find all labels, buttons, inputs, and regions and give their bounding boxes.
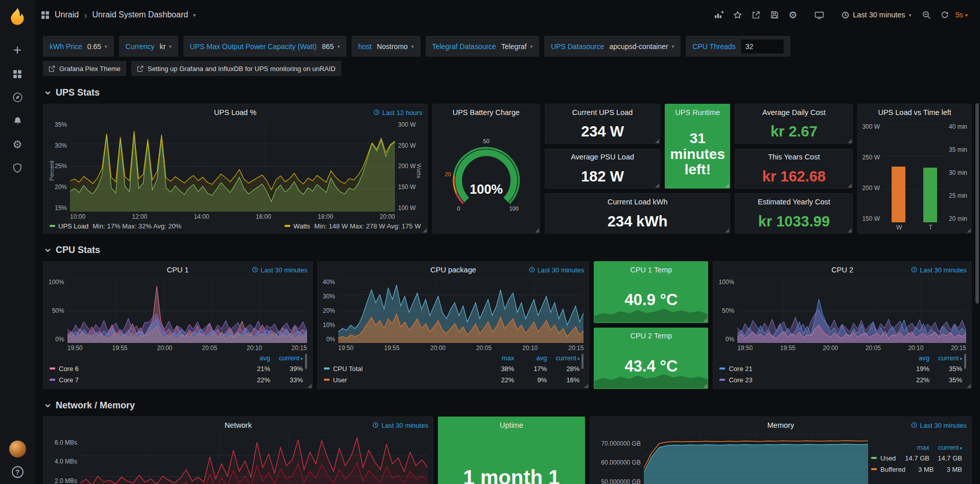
axis-tick: 250 W [862, 154, 880, 161]
variable-currency[interactable]: Currencykr▾ [119, 36, 178, 57]
refresh-interval-picker[interactable]: 5s ▾ [955, 11, 971, 19]
explore-compass-icon[interactable] [6, 87, 29, 108]
legend-item-core-23[interactable]: Core 23 [719, 376, 897, 384]
dashboards-icon[interactable] [6, 63, 29, 84]
star-button[interactable] [729, 7, 746, 24]
legend-column-header-current[interactable]: current▾ [929, 444, 962, 451]
legend-column-header-current[interactable]: current▾ [929, 354, 962, 362]
legend-item-used[interactable]: Used [871, 454, 897, 462]
legend-item-watts[interactable]: WattsMin: 148 W Max: 278 W Avg: 175 W [285, 222, 421, 230]
panel-title[interactable]: CPU 2 Temp [594, 328, 708, 344]
panel-title[interactable]: MemoryLast 30 minutes [590, 417, 971, 433]
dashboard-link-setting-up-grafana-and-influxdb-for-ups-monitoring-on-unraid[interactable]: Setting up Grafana and InfluxDB for UPS … [131, 61, 341, 76]
legend-column-header-avg[interactable]: avg [238, 354, 270, 362]
legend-scrollbar[interactable] [581, 354, 584, 369]
variable-value[interactable]: Nostromo▾ [377, 42, 413, 51]
panel-title[interactable]: NetworkLast 30 minutes [43, 417, 433, 433]
refresh-button[interactable] [937, 7, 953, 24]
stat-value: 234 kWh [608, 214, 668, 229]
panel-title[interactable]: Current UPS Load [545, 104, 660, 120]
panel-time-override[interactable]: Last 30 minutes [911, 421, 967, 429]
variable-cpu-threads[interactable]: CPU Threads [686, 36, 790, 57]
variable-input-cpu-threads[interactable] [741, 39, 784, 54]
section-network-memory[interactable]: Network / Memory [44, 400, 972, 411]
legend-item-user[interactable]: User [324, 376, 482, 384]
add-panel-button[interactable] [711, 7, 728, 24]
cycle-view-tv-button[interactable] [811, 7, 828, 24]
panel-title[interactable]: Current Load kWh [545, 194, 730, 210]
panel-time-override[interactable]: Last 30 minutes [372, 421, 428, 429]
alerting-bell-icon[interactable] [6, 110, 29, 131]
panel-title[interactable]: UPS Battery Charge [433, 104, 540, 120]
panel-title[interactable]: UPS Load vs Time left [858, 104, 971, 120]
variable-value[interactable]: kr▾ [159, 42, 171, 51]
variable-value[interactable]: 0.65▾ [87, 42, 107, 51]
breadcrumb-current[interactable]: Unraid System Dashboard [92, 10, 188, 19]
legend-item-buffered[interactable]: Buffered [871, 466, 905, 473]
panel-time-override[interactable]: Last 30 minutes [911, 266, 967, 273]
page-scrollbar-thumb[interactable] [975, 103, 979, 304]
legend-item-ups-load[interactable]: UPS LoadMin: 17% Max: 32% Avg: 20% [50, 222, 181, 230]
legend-column-header-avg[interactable]: avg [897, 354, 929, 362]
panel-title[interactable]: Estimated Yearly Cost [735, 194, 852, 210]
chart-plot-area[interactable] [80, 434, 428, 484]
variable-telegraf-datasource[interactable]: Telegraf DatasourceTelegraf▾ [426, 36, 540, 57]
chart-plot-area[interactable] [644, 434, 868, 484]
breadcrumb-root[interactable]: Unraid [55, 10, 79, 19]
zoom-out-button[interactable] [918, 7, 935, 24]
legend-item-cpu-total[interactable]: CPU Total [324, 365, 482, 373]
create-icon[interactable]: + [6, 40, 29, 61]
panel-time-override[interactable]: Last 30 minutes [252, 266, 308, 273]
share-button[interactable] [748, 7, 764, 24]
dashboards-grid-icon[interactable] [41, 11, 50, 19]
variable-ups-max-output-power-capacity-watt[interactable]: UPS Max Output Power Capacity (Watt)865▾ [183, 36, 346, 57]
user-avatar[interactable] [9, 441, 26, 457]
panel-title[interactable]: CPU 2Last 30 minutes [713, 262, 971, 278]
panel-title[interactable]: UPS Runtime [665, 104, 730, 120]
legend-column-header-current[interactable]: current▾ [270, 354, 303, 362]
legend-column-header-avg[interactable]: avg [514, 354, 547, 362]
stat-value: 40.9 °C [625, 291, 678, 308]
panel-title[interactable]: Average Daily Cost [735, 104, 852, 120]
variable-value[interactable]: Telegraf▾ [501, 42, 532, 51]
panel-time-override[interactable]: Last 30 minutes [529, 266, 585, 273]
chart-plot-area[interactable] [737, 279, 966, 343]
panel-title[interactable]: CPU packageLast 30 minutes [318, 262, 589, 278]
legend-scrollbar[interactable] [964, 354, 966, 369]
variable-host[interactable]: hostNostromo▾ [352, 36, 421, 57]
variable-kwh-price[interactable]: kWh Price0.65▾ [43, 36, 114, 57]
panel-title[interactable]: This Years Cost [735, 149, 852, 165]
configuration-gear-icon[interactable]: ⚙ [6, 134, 29, 155]
grafana-logo[interactable] [7, 6, 28, 27]
variable-ups-datasource[interactable]: UPS Datasourceapcupsd-container▾ [544, 36, 681, 57]
legend-column-header-max[interactable]: max [481, 354, 514, 362]
dashboard-dropdown-caret-icon[interactable]: ▾ [193, 12, 196, 18]
variable-value[interactable]: apcupsd-container▾ [610, 42, 674, 51]
legend-column-header-current[interactable]: current▾ [547, 354, 579, 362]
panel-title[interactable]: CPU 1Last 30 minutes [43, 262, 312, 278]
help-icon[interactable]: ? [12, 466, 24, 478]
save-button[interactable] [766, 7, 783, 24]
dashboard-settings-button[interactable]: ⚙ [784, 7, 801, 24]
legend-scrollbar[interactable] [305, 354, 307, 369]
panel-title[interactable]: Average PSU Load [545, 149, 660, 165]
time-range-picker[interactable]: Last 30 minutes ▾ [836, 7, 916, 24]
server-admin-shield-icon[interactable] [6, 157, 29, 178]
panel-title[interactable]: CPU 1 Temp [594, 262, 708, 278]
variable-value[interactable]: 865▾ [322, 42, 340, 51]
legend-item-core-21[interactable]: Core 21 [719, 365, 897, 373]
dashboard-link-grafana-plex-theme[interactable]: Grafana Plex Theme [43, 61, 126, 76]
chart-plot-area[interactable] [67, 279, 307, 343]
legend-item-core-7[interactable]: Core 7 [50, 376, 238, 384]
network-memory-panels-row: NetworkLast 30 minutes6.0 MBs4.0 MBs2.0 … [43, 417, 972, 484]
panel-title[interactable]: UPS Load %Last 12 hours [43, 104, 427, 120]
panel-time-override[interactable]: Last 12 hours [374, 108, 423, 116]
section-cpu-stats[interactable]: CPU Stats [44, 245, 972, 256]
section-ups-stats[interactable]: UPS Stats [44, 87, 972, 98]
chart-plot-area[interactable] [338, 279, 584, 343]
legend-column-header-max[interactable]: max [897, 444, 929, 451]
legend-item-core-6[interactable]: Core 6 [50, 365, 238, 373]
chart-plot-area[interactable] [70, 121, 395, 212]
panel-title[interactable]: Uptime [438, 417, 585, 433]
bar-chart-plot[interactable] [883, 123, 946, 222]
